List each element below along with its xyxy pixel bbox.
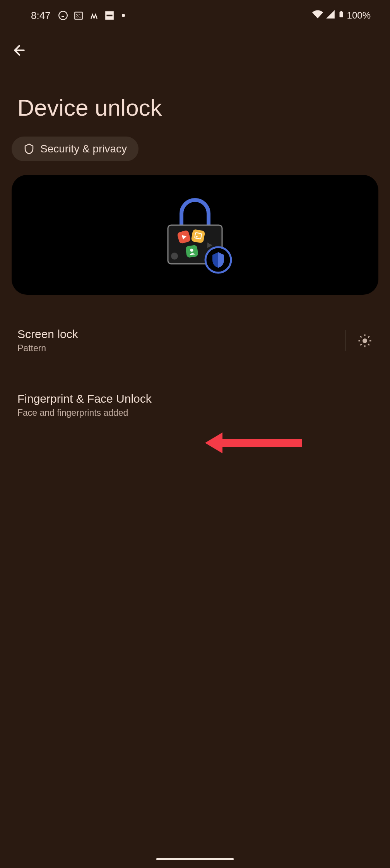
screen-lock-subtitle: Pattern xyxy=(17,343,334,354)
app-icon-m xyxy=(89,10,99,21)
settings-list: Screen lock Pattern Fingerprint & Face U… xyxy=(0,318,390,428)
battery-icon xyxy=(338,9,345,22)
svg-rect-5 xyxy=(339,12,343,17)
arrow-left-icon xyxy=(12,43,27,58)
biometric-title: Fingerprint & Face Unlock xyxy=(17,392,373,405)
status-bar-left: 8:47 31 xyxy=(31,10,125,22)
screen-lock-content: Screen lock Pattern xyxy=(17,328,334,354)
svg-rect-9 xyxy=(191,229,205,243)
status-time: 8:47 xyxy=(31,10,51,22)
lock-illustration-icon xyxy=(151,190,239,279)
back-button[interactable] xyxy=(0,27,390,67)
svg-point-14 xyxy=(171,253,178,260)
notification-dot-icon xyxy=(122,14,125,17)
gear-icon xyxy=(358,334,372,348)
app-icon-square xyxy=(104,10,115,21)
svg-point-0 xyxy=(59,11,67,20)
shield-icon xyxy=(23,143,35,155)
whatsapp-icon xyxy=(58,10,68,21)
wifi-icon xyxy=(312,9,323,22)
chip-label: Security & privacy xyxy=(40,143,127,155)
home-indicator[interactable] xyxy=(156,858,234,860)
page-title: Device unlock xyxy=(0,67,390,137)
battery-percentage: 100% xyxy=(347,10,371,21)
screen-lock-settings-button[interactable] xyxy=(357,333,373,349)
svg-rect-4 xyxy=(106,15,112,16)
svg-rect-6 xyxy=(340,11,342,12)
status-bar: 8:47 31 xyxy=(0,0,390,27)
status-bar-right: 100% xyxy=(312,9,371,22)
calendar-icon: 31 xyxy=(73,10,84,21)
security-privacy-chip[interactable]: Security & privacy xyxy=(12,137,139,161)
svg-text:31: 31 xyxy=(76,13,81,19)
svg-point-16 xyxy=(363,339,367,342)
hero-illustration xyxy=(12,175,378,295)
screen-lock-item[interactable]: Screen lock Pattern xyxy=(0,318,390,363)
fingerprint-face-unlock-item[interactable]: Fingerprint & Face Unlock Face and finge… xyxy=(0,383,390,428)
biometric-subtitle: Face and fingerprints added xyxy=(17,408,373,418)
signal-icon xyxy=(325,9,335,22)
biometric-content: Fingerprint & Face Unlock Face and finge… xyxy=(17,392,373,418)
annotation-arrow-icon xyxy=(205,429,306,456)
item-divider xyxy=(345,330,346,351)
screen-lock-title: Screen lock xyxy=(17,328,334,341)
